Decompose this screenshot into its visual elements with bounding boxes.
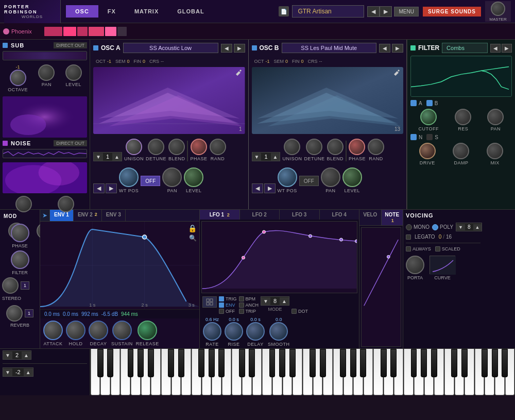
lfo-delay-knob[interactable] bbox=[246, 322, 265, 341]
env-decay-knob[interactable] bbox=[89, 321, 108, 340]
osc-b-off-toggle[interactable]: OFF bbox=[299, 176, 319, 186]
black-key[interactable] bbox=[340, 349, 346, 377]
osc-b-sem-val[interactable]: 0 bbox=[285, 59, 288, 64]
filter-mix-knob[interactable] bbox=[487, 143, 503, 159]
master-knob[interactable] bbox=[491, 2, 505, 16]
nav-tab-osc[interactable]: OSC bbox=[66, 5, 98, 18]
osc-b-right-arrow[interactable]: ▶ bbox=[264, 183, 276, 193]
osc-b-crs-val[interactable]: -- bbox=[319, 59, 322, 64]
black-key[interactable] bbox=[482, 349, 488, 377]
nav-tab-fx[interactable]: FX bbox=[98, 5, 125, 18]
lfo-bpm-check[interactable]: BPM bbox=[239, 296, 259, 301]
osc-a-off-toggle[interactable]: OFF bbox=[141, 176, 160, 186]
filter-ch-b[interactable]: B bbox=[426, 100, 438, 106]
black-key[interactable] bbox=[249, 349, 255, 377]
filter-pan-knob[interactable] bbox=[487, 109, 504, 125]
osc-b-unison-knob[interactable] bbox=[284, 139, 300, 155]
voicing-poly-down[interactable]: ▼ bbox=[456, 224, 465, 230]
menu-button[interactable]: MENU bbox=[394, 7, 418, 16]
sub-level-knob[interactable] bbox=[65, 64, 82, 81]
mod-arrow-tab[interactable]: ➤ bbox=[40, 210, 50, 221]
scaled-check[interactable]: SCALED bbox=[435, 246, 460, 251]
black-key[interactable] bbox=[239, 349, 245, 377]
porta-knob[interactable] bbox=[406, 256, 424, 274]
pattern-cell-1[interactable] bbox=[44, 27, 62, 36]
filter-ch-a[interactable]: A bbox=[410, 100, 422, 106]
pattern-cell-5[interactable] bbox=[105, 27, 116, 36]
osc-b-stepper-up[interactable]: ▲ bbox=[271, 153, 280, 161]
osc-b-left-arrow[interactable]: ◀ bbox=[252, 183, 263, 193]
env-release-knob[interactable] bbox=[138, 321, 157, 340]
lfo-trip-check[interactable]: TRIP bbox=[239, 309, 259, 314]
noise-rand-knob[interactable] bbox=[58, 196, 74, 212]
osc-a-blend-knob[interactable] bbox=[168, 139, 185, 155]
black-key[interactable] bbox=[381, 349, 387, 377]
lfo-smooth-knob[interactable] bbox=[269, 322, 288, 341]
osc-b-oct-val[interactable]: -1 bbox=[266, 59, 270, 64]
nav-tab-global[interactable]: GLOBAL bbox=[168, 5, 213, 18]
osc-a-stepper-up[interactable]: ▲ bbox=[112, 153, 122, 161]
osc-b-pan-knob[interactable] bbox=[321, 167, 340, 187]
filter-preset[interactable]: Combs bbox=[442, 43, 488, 53]
osc-b-detune-knob[interactable] bbox=[306, 139, 322, 155]
osc-b-preset[interactable]: SS Les Paul Mid Mute bbox=[282, 43, 376, 53]
env-sustain-knob[interactable] bbox=[112, 321, 132, 340]
filter-drive-knob[interactable] bbox=[419, 143, 436, 159]
env-zoom-icon[interactable]: 🔍 bbox=[189, 234, 197, 242]
osc-a-oct-val[interactable]: -1 bbox=[107, 59, 111, 64]
filter-ch-n[interactable]: N bbox=[410, 134, 422, 140]
lfo-grid-icon[interactable] bbox=[202, 296, 217, 308]
lfo-anch-check[interactable]: ANCH bbox=[239, 303, 259, 308]
osc-b-next-button[interactable]: ▶ bbox=[392, 44, 403, 53]
sub-pan-knob[interactable] bbox=[38, 64, 55, 81]
filter-ch-s[interactable]: S bbox=[426, 134, 438, 140]
black-key[interactable] bbox=[218, 349, 225, 377]
mod-stereo-knob[interactable] bbox=[2, 277, 19, 294]
osc-a-level-knob[interactable] bbox=[184, 167, 203, 187]
osc-a-sem-val[interactable]: 0 bbox=[127, 59, 130, 64]
black-key[interactable] bbox=[148, 349, 154, 377]
black-key[interactable] bbox=[97, 349, 104, 377]
lfo-off-check[interactable]: OFF bbox=[219, 309, 237, 314]
osc-a-preset[interactable]: SS Acoustic Low bbox=[123, 43, 218, 53]
key-stepper-1-up[interactable]: ▲ bbox=[22, 351, 31, 359]
pattern-cell-empty[interactable] bbox=[117, 27, 127, 36]
osc-a-phase-knob[interactable] bbox=[191, 139, 207, 155]
black-key[interactable] bbox=[138, 349, 144, 377]
black-key[interactable] bbox=[411, 349, 417, 377]
black-key[interactable] bbox=[461, 349, 468, 377]
black-key[interactable] bbox=[431, 349, 437, 377]
black-key[interactable] bbox=[289, 349, 296, 377]
osc-a-edit-icon[interactable] bbox=[235, 69, 242, 77]
legato-checkbox[interactable] bbox=[406, 234, 411, 240]
lfo-rate-knob[interactable] bbox=[203, 322, 221, 341]
preset-name[interactable]: GTR Artisan bbox=[292, 5, 364, 18]
preset-next-button[interactable]: ▶ bbox=[380, 6, 392, 17]
osc-b-wtpos-knob[interactable] bbox=[278, 167, 297, 187]
osc-a-pan-knob[interactable] bbox=[162, 167, 182, 187]
osc-a-next-button[interactable]: ▶ bbox=[234, 44, 245, 53]
lfo-tab-1[interactable]: LFO 1 2 bbox=[200, 210, 240, 220]
keyboard-main[interactable]: .wk { flex:1; background:linear-gradient… bbox=[90, 349, 515, 395]
lfo-dot-check[interactable]: DOT bbox=[291, 309, 308, 314]
lfo-grid-down[interactable]: ▼ bbox=[261, 297, 270, 305]
black-key[interactable] bbox=[168, 349, 174, 377]
black-key[interactable] bbox=[279, 349, 285, 377]
voicing-poly-up[interactable]: ▲ bbox=[473, 224, 482, 230]
pattern-cell-2[interactable] bbox=[63, 27, 76, 36]
noise-phase-knob[interactable] bbox=[15, 196, 32, 212]
preset-prev-button[interactable]: ◀ bbox=[367, 6, 380, 17]
always-check[interactable]: ALWAYS bbox=[406, 246, 431, 251]
black-key[interactable] bbox=[269, 349, 276, 377]
mod-reverb-knob[interactable] bbox=[6, 305, 23, 322]
black-key[interactable] bbox=[390, 349, 397, 377]
env-attack-knob[interactable] bbox=[43, 321, 63, 340]
lfo-env-check[interactable]: ENV bbox=[219, 303, 237, 308]
osc-b-level-knob[interactable] bbox=[342, 167, 362, 187]
osc-b-blend-knob[interactable] bbox=[327, 139, 344, 155]
pattern-cell-4[interactable] bbox=[89, 27, 104, 36]
lfo-tab-3[interactable]: LFO 3 bbox=[280, 210, 320, 220]
env-lock-icon[interactable]: 🔒 bbox=[188, 224, 197, 232]
lfo-tab-4[interactable]: LFO 4 bbox=[320, 210, 359, 220]
osc-a-unison-knob[interactable] bbox=[126, 139, 142, 155]
